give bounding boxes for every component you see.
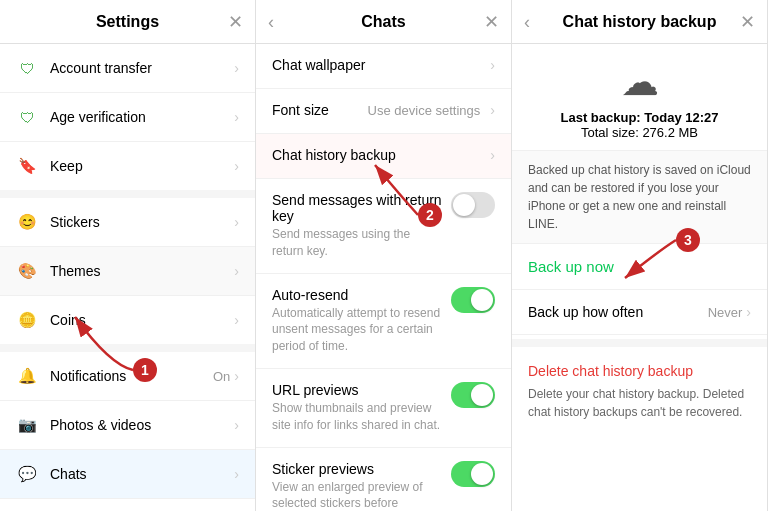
chat-icon: 💬 bbox=[16, 463, 38, 485]
chevron-icon: › bbox=[234, 417, 239, 433]
backup-title: Chat history backup bbox=[563, 13, 717, 31]
chats-label: Chats bbox=[50, 466, 234, 482]
settings-section-3: 🔔 Notifications On › 📷 Photos & videos ›… bbox=[0, 352, 255, 511]
sticker-previews-sub: View an enlarged preview of selected sti… bbox=[272, 479, 443, 511]
font-size-title: Font size bbox=[272, 102, 360, 118]
chevron-icon: › bbox=[234, 158, 239, 174]
settings-item-age-verification[interactable]: 🛡 Age verification › bbox=[0, 93, 255, 142]
chevron-icon: › bbox=[234, 214, 239, 230]
sticker-previews-content: Sticker previews View an enlarged previe… bbox=[272, 461, 443, 511]
url-previews-item[interactable]: URL previews Show thumbnails and preview… bbox=[256, 369, 511, 448]
settings-header: Settings ✕ bbox=[0, 0, 255, 44]
backup-list: ☁ Last backup: Today 12:27 Total size: 2… bbox=[512, 44, 767, 511]
settings-item-notifications[interactable]: 🔔 Notifications On › bbox=[0, 352, 255, 401]
send-return-key-content: Send messages with return key Send messa… bbox=[272, 192, 443, 260]
chat-history-backup-title: Chat history backup bbox=[272, 147, 482, 163]
chat-wallpaper-title: Chat wallpaper bbox=[272, 57, 482, 73]
shield-icon-2: 🛡 bbox=[16, 106, 38, 128]
settings-item-chats[interactable]: 💬 Chats › bbox=[0, 450, 255, 499]
chats-panel: ‹ Chats ✕ Chat wallpaper › Font size Use bbox=[256, 0, 512, 511]
backup-how-often-label: Back up how often bbox=[528, 304, 708, 320]
bell-icon: 🔔 bbox=[16, 365, 38, 387]
chevron-icon: › bbox=[234, 466, 239, 482]
backup-now-item[interactable]: Back up now bbox=[512, 244, 767, 290]
backup-header: ‹ Chat history backup ✕ bbox=[512, 0, 767, 44]
backup-how-often-value: Never bbox=[708, 305, 743, 320]
settings-item-coins[interactable]: 🪙 Coins › bbox=[0, 296, 255, 344]
themes-label: Themes bbox=[50, 263, 234, 279]
settings-item-photos-videos[interactable]: 📷 Photos & videos › bbox=[0, 401, 255, 450]
backup-last-backup: Last backup: Today 12:27 bbox=[561, 110, 719, 125]
backup-cloud-section: ☁ Last backup: Today 12:27 Total size: 2… bbox=[512, 44, 767, 151]
coins-label: Coins bbox=[50, 312, 234, 328]
bookmark-icon: 🔖 bbox=[16, 155, 38, 177]
backup-how-often-item[interactable]: Back up how often Never › bbox=[512, 290, 767, 335]
sticker-previews-toggle[interactable] bbox=[451, 461, 495, 487]
toggle-knob bbox=[471, 463, 493, 485]
backup-close-button[interactable]: ✕ bbox=[740, 13, 755, 31]
backup-back-button[interactable]: ‹ bbox=[524, 13, 530, 31]
backup-now-label: Back up now bbox=[528, 258, 614, 275]
delete-backup-desc: Delete your chat history backup. Deleted… bbox=[528, 385, 751, 421]
url-previews-title: URL previews bbox=[272, 382, 443, 398]
chevron-icon: › bbox=[234, 312, 239, 328]
chevron-icon: › bbox=[234, 368, 239, 384]
chevron-icon: › bbox=[234, 263, 239, 279]
sticker-previews-item[interactable]: Sticker previews View an enlarged previe… bbox=[256, 448, 511, 511]
keep-label: Keep bbox=[50, 158, 234, 174]
settings-close-button[interactable]: ✕ bbox=[228, 13, 243, 31]
settings-item-account-transfer[interactable]: 🛡 Account transfer › bbox=[0, 44, 255, 93]
send-return-key-right bbox=[451, 192, 495, 218]
settings-item-stickers[interactable]: 😊 Stickers › bbox=[0, 198, 255, 247]
chat-history-backup-item[interactable]: Chat history backup › bbox=[256, 134, 511, 179]
send-return-key-item[interactable]: Send messages with return key Send messa… bbox=[256, 179, 511, 274]
stickers-label: Stickers bbox=[50, 214, 234, 230]
url-previews-toggle[interactable] bbox=[451, 382, 495, 408]
shield-icon: 🛡 bbox=[16, 57, 38, 79]
chevron-icon: › bbox=[234, 109, 239, 125]
chat-history-backup-right: › bbox=[490, 147, 495, 163]
auto-resend-toggle[interactable] bbox=[451, 287, 495, 313]
coin-icon: 🪙 bbox=[16, 309, 38, 331]
font-size-value: Use device settings bbox=[368, 103, 481, 118]
send-return-key-toggle[interactable] bbox=[451, 192, 495, 218]
delete-section: Delete chat history backup Delete your c… bbox=[512, 339, 767, 437]
sticker-previews-right bbox=[451, 461, 495, 487]
settings-section-1: 🛡 Account transfer › 🛡 Age verification … bbox=[0, 44, 255, 198]
auto-resend-item[interactable]: Auto-resend Automatically attempt to res… bbox=[256, 274, 511, 369]
toggle-knob bbox=[453, 194, 475, 216]
settings-item-keep[interactable]: 🔖 Keep › bbox=[0, 142, 255, 190]
font-size-item[interactable]: Font size Use device settings › bbox=[256, 89, 511, 134]
send-return-key-sub: Send messages using the return key. bbox=[272, 226, 443, 260]
settings-item-themes[interactable]: 🎨 Themes › bbox=[0, 247, 255, 296]
sticker-previews-title: Sticker previews bbox=[272, 461, 443, 477]
auto-resend-right bbox=[451, 287, 495, 313]
photo-icon: 📷 bbox=[16, 414, 38, 436]
url-previews-sub: Show thumbnails and preview site info fo… bbox=[272, 400, 443, 434]
auto-resend-title: Auto-resend bbox=[272, 287, 443, 303]
chats-back-button[interactable]: ‹ bbox=[268, 13, 274, 31]
toggle-knob bbox=[471, 384, 493, 406]
photos-videos-label: Photos & videos bbox=[50, 417, 234, 433]
chevron-icon: › bbox=[746, 304, 751, 320]
chat-wallpaper-item[interactable]: Chat wallpaper › bbox=[256, 44, 511, 89]
settings-item-calls[interactable]: 📞 Calls › bbox=[0, 499, 255, 511]
auto-resend-sub: Automatically attempt to resend unsent m… bbox=[272, 305, 443, 355]
chevron-icon: › bbox=[490, 102, 495, 118]
delete-backup-label[interactable]: Delete chat history backup bbox=[528, 363, 751, 379]
backup-total-size: Total size: 276.2 MB bbox=[581, 125, 698, 140]
url-previews-right bbox=[451, 382, 495, 408]
chats-close-button[interactable]: ✕ bbox=[484, 13, 499, 31]
theme-icon: 🎨 bbox=[16, 260, 38, 282]
sticker-icon: 😊 bbox=[16, 211, 38, 233]
chat-wallpaper-right: › bbox=[490, 57, 495, 73]
notifications-value: On bbox=[213, 369, 230, 384]
chats-title: Chats bbox=[361, 13, 405, 31]
chats-list: Chat wallpaper › Font size Use device se… bbox=[256, 44, 511, 511]
send-return-key-title: Send messages with return key bbox=[272, 192, 443, 224]
backup-description: Backed up chat history is saved on iClou… bbox=[512, 151, 767, 244]
cloud-icon: ☁ bbox=[621, 60, 659, 104]
notifications-label: Notifications bbox=[50, 368, 213, 384]
chat-history-backup-content: Chat history backup bbox=[272, 147, 482, 165]
chat-wallpaper-content: Chat wallpaper bbox=[272, 57, 482, 75]
